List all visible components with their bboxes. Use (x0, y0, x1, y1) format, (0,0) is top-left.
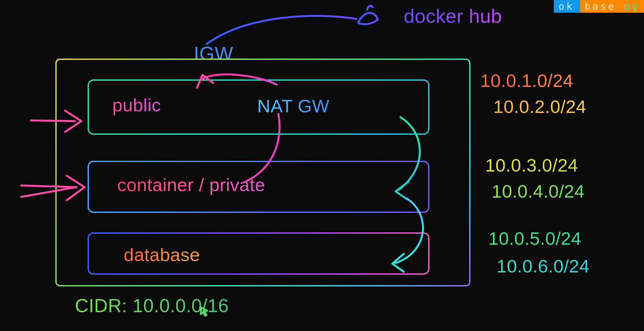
cidr-db-2: 10.0.6.0/24 (497, 255, 590, 277)
status-badge: ok base py (554, 0, 644, 13)
cidr-public-1: 10.0.1.0/24 (480, 70, 573, 91)
diagram-canvas: ok base py docker hub IGW public NAT GW … (0, 0, 644, 331)
cidr-private-1: 10.0.3.0/24 (485, 155, 578, 176)
cidr-label: CIDR: 10.0.0.0/16 (75, 295, 229, 316)
cidr-db-1: 10.0.5.0/24 (488, 228, 581, 249)
cidr-private-2: 10.0.4.0/24 (492, 181, 585, 202)
private-label: container / private (117, 174, 265, 195)
docker-hub-label: docker hub (404, 5, 502, 27)
funnel-icon (358, 13, 378, 24)
vpc-box (55, 59, 470, 286)
status-env: base py (580, 0, 644, 13)
lang-label: py (624, 1, 639, 12)
cidr-public-2: 10.0.2.0/24 (493, 96, 586, 117)
public-label: public (112, 94, 161, 116)
nat-gw-label: NAT GW (257, 95, 329, 117)
env-label: base (585, 1, 616, 12)
status-ok: ok (554, 0, 580, 13)
database-label: database (124, 244, 200, 265)
vpc-inner (57, 60, 469, 285)
funnel-top-icon (367, 6, 373, 10)
arrow-igw-to-docker (207, 16, 357, 44)
